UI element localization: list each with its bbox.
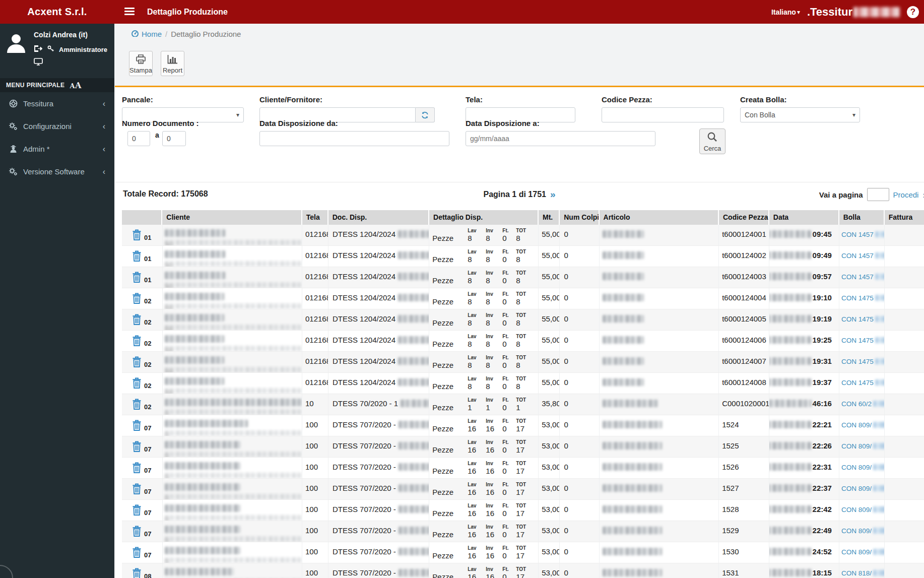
doc-disp-cell: DTESS 1204/2024 bbox=[328, 352, 429, 372]
codice-pezza-input[interactable] bbox=[602, 107, 724, 122]
report-button[interactable]: Report bbox=[161, 51, 184, 76]
codice-pezza-value: 1529 bbox=[719, 521, 769, 542]
bolla-link[interactable]: CON 1457 bbox=[841, 273, 874, 281]
fattura-cell bbox=[885, 352, 924, 372]
delete-row-icon[interactable] bbox=[132, 272, 142, 283]
delete-row-icon[interactable] bbox=[132, 420, 142, 431]
cliente-redacted bbox=[165, 272, 225, 279]
bolla-link[interactable]: CON 818/ bbox=[841, 569, 872, 577]
font-size-icon[interactable]: AA bbox=[70, 81, 81, 90]
cliente-redacted-line2: 88 bbox=[165, 367, 302, 372]
bolla-redacted bbox=[875, 358, 885, 364]
delete-row-icon[interactable] bbox=[132, 293, 142, 304]
gears-icon bbox=[7, 122, 19, 131]
delete-row-icon[interactable] bbox=[132, 462, 142, 474]
bolla-link[interactable]: CON 1475 bbox=[841, 294, 874, 302]
bolla-link[interactable]: CON 1475 bbox=[841, 358, 874, 365]
sidebar-item-admin[interactable]: Admin * ‹ bbox=[0, 138, 114, 160]
bolla-link[interactable]: CON 809/ bbox=[841, 506, 872, 513]
chevron-left-icon: ‹ bbox=[103, 122, 105, 131]
delete-row-icon[interactable] bbox=[132, 377, 142, 389]
procedi-link[interactable]: Procedi bbox=[893, 190, 919, 199]
sidebar-toggle-icon[interactable] bbox=[124, 8, 135, 16]
breadcrumb-home-link[interactable]: Home bbox=[131, 30, 162, 38]
doc-disp-redacted bbox=[399, 548, 429, 555]
mt-value: 55,00 bbox=[539, 373, 560, 394]
bolla-cell: CON 809/ bbox=[839, 479, 885, 499]
cerca-button[interactable]: Cerca bbox=[699, 129, 725, 154]
bolla-link[interactable]: CON 809/ bbox=[841, 485, 872, 492]
bolla-link[interactable]: CON 1475 bbox=[841, 337, 874, 344]
delete-row-icon[interactable] bbox=[132, 356, 142, 368]
delete-row-icon[interactable] bbox=[132, 335, 142, 347]
bolla-link[interactable]: CON 809/ bbox=[841, 421, 872, 429]
delete-row-icon[interactable] bbox=[132, 250, 142, 262]
delete-row-icon[interactable] bbox=[132, 314, 142, 326]
data-disposizione-da-input[interactable] bbox=[259, 131, 449, 146]
doc-disp-redacted bbox=[399, 421, 429, 428]
sidebar-item-configurazioni[interactable]: Configurazioni ‹ bbox=[0, 115, 114, 138]
articolo-redacted bbox=[603, 527, 662, 534]
delete-row-icon[interactable] bbox=[132, 441, 142, 453]
bolla-link[interactable]: CON 60/2 bbox=[841, 400, 872, 408]
doc-disp-value: DTESS 1204/2024 bbox=[333, 293, 395, 302]
logout-icon[interactable] bbox=[34, 45, 42, 54]
stampa-button[interactable]: Stampa bbox=[129, 51, 153, 76]
refresh-icon[interactable] bbox=[416, 107, 435, 122]
data-da-label: Data Disposizione da: bbox=[259, 119, 338, 127]
bolla-link[interactable]: CON 809/ bbox=[841, 464, 872, 471]
help-icon[interactable]: ? bbox=[907, 6, 919, 18]
bolla-link[interactable]: CON 809/ bbox=[841, 548, 872, 556]
bolla-link[interactable]: CON 1475 bbox=[841, 379, 874, 387]
bolla-link[interactable]: CON 1457 bbox=[841, 231, 874, 238]
gears-icon bbox=[7, 167, 19, 176]
mt-value: 53,00 bbox=[539, 500, 560, 521]
bolla-link[interactable]: CON 1457 bbox=[841, 252, 874, 260]
cliente-cell: 0 bbox=[163, 394, 302, 415]
next-pages-icon[interactable]: » bbox=[550, 189, 556, 199]
dettaglio-disp-cell: Pezze Lav16 Inv16 Ft.0 TOT17 bbox=[429, 479, 539, 499]
delete-row-icon[interactable] bbox=[132, 483, 142, 495]
creata-bolla-select[interactable]: Con Bolla ▾ bbox=[740, 107, 860, 122]
numero-documento-a-input[interactable] bbox=[162, 131, 186, 146]
tela-value: 012168 bbox=[302, 288, 328, 309]
numero-documento-da-input[interactable] bbox=[127, 131, 150, 146]
key-icon[interactable] bbox=[47, 45, 54, 53]
sidebar-item-versione-software[interactable]: Versione Software ‹ bbox=[0, 160, 114, 183]
cliente-redacted-line2: 0 bbox=[165, 515, 302, 521]
codice-pezza-value: t6000124004 bbox=[719, 288, 769, 309]
delete-row-icon[interactable] bbox=[132, 547, 142, 558]
monitor-icon[interactable] bbox=[34, 58, 43, 68]
bolla-link[interactable]: CON 1475 bbox=[841, 315, 874, 323]
sidebar-item-tessitura[interactable]: Tessitura ‹ bbox=[0, 92, 114, 115]
codice-pezza-value: 1525 bbox=[719, 436, 769, 457]
doc-disp-redacted bbox=[401, 400, 429, 407]
dettaglio-mini-table: Lav8 Inv8 Ft.0 TOT8 bbox=[468, 334, 534, 348]
codice-pezza-value: t6000124003 bbox=[719, 267, 769, 288]
delete-row-icon[interactable] bbox=[132, 504, 142, 516]
data-disposizione-a-input[interactable] bbox=[466, 131, 655, 146]
table-row: 02 88 012168 DTESS 1204/2024 Pezze Lav8 … bbox=[122, 352, 924, 373]
cliente-redacted-line2: 0 bbox=[165, 473, 302, 478]
goto-page-input[interactable] bbox=[867, 188, 889, 201]
doc-disp-value: DTESS 707/2020 - bbox=[333, 547, 396, 556]
bolla-link[interactable]: CON 809/ bbox=[841, 527, 872, 535]
language-selector[interactable]: Italiano▾ bbox=[771, 8, 800, 16]
tela-value: 012168 bbox=[302, 373, 328, 394]
time-value: 19:10 bbox=[813, 293, 832, 302]
fattura-cell bbox=[885, 542, 924, 563]
articolo-redacted bbox=[603, 421, 662, 428]
num-colpi-value: 0 bbox=[560, 458, 599, 478]
cliente-cell: 88 bbox=[163, 331, 302, 351]
delete-row-icon[interactable] bbox=[132, 399, 142, 410]
cliente-redacted-line2: 90 bbox=[165, 282, 302, 288]
delete-row-icon[interactable] bbox=[132, 568, 142, 578]
row-number: 01 bbox=[144, 276, 151, 284]
breadcrumb: Home / Dettaglio Produzione bbox=[131, 30, 241, 38]
table-row: 07 0 100 DTESS 707/2020 - Pezze Lav16 In… bbox=[122, 415, 924, 436]
delete-row-icon[interactable] bbox=[132, 526, 142, 537]
bolla-link[interactable]: CON 809/ bbox=[841, 442, 872, 450]
bolla-cell: CON 1475 bbox=[839, 352, 885, 372]
delete-row-icon[interactable] bbox=[132, 229, 142, 241]
cliente-cell: 0 bbox=[163, 563, 302, 578]
